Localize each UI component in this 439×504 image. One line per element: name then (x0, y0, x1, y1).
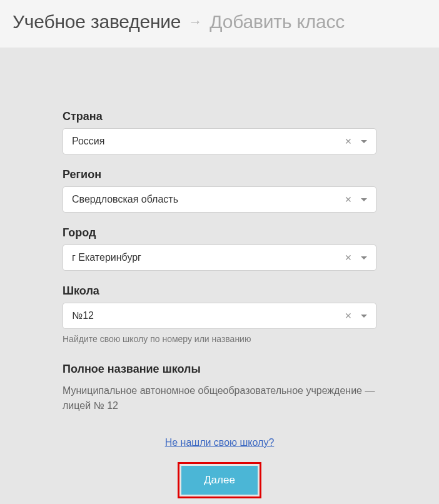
chevron-down-icon[interactable] (361, 140, 367, 143)
select-city-value: г Екатеринбург (72, 252, 345, 263)
highlight-box: Далее (178, 462, 261, 498)
field-country: Страна Россия ✕ (63, 110, 376, 154)
select-school-value: №12 (72, 310, 345, 321)
field-school: Школа №12 ✕ Найдите свою школу по номеру… (63, 285, 376, 344)
clear-icon[interactable]: ✕ (345, 311, 352, 321)
text-fullname: Муниципальное автономное общеобразовател… (63, 383, 376, 413)
label-fullname: Полное название школы (63, 363, 376, 376)
page-title: Учебное заведение (13, 11, 181, 33)
label-school: Школа (63, 285, 376, 298)
select-country[interactable]: Россия ✕ (63, 128, 376, 154)
hint-school: Найдите свою школу по номеру или названи… (63, 334, 376, 344)
field-region: Регион Свердловская область ✕ (63, 168, 376, 213)
footer: Не нашли свою школу? Далее (63, 437, 376, 498)
link-not-found[interactable]: Не нашли свою школу? (165, 437, 275, 448)
label-region: Регион (63, 168, 376, 181)
clear-icon[interactable]: ✕ (345, 253, 352, 263)
clear-icon[interactable]: ✕ (345, 136, 352, 146)
breadcrumb: Учебное заведение → Добавить класс (0, 0, 439, 48)
page-subtitle: Добавить класс (209, 11, 345, 33)
select-school[interactable]: №12 ✕ (63, 303, 376, 329)
next-button[interactable]: Далее (181, 466, 258, 495)
chevron-down-icon[interactable] (361, 315, 367, 318)
select-region[interactable]: Свердловская область ✕ (63, 186, 376, 213)
chevron-down-icon[interactable] (361, 256, 367, 260)
chevron-down-icon[interactable] (361, 198, 367, 201)
select-region-value: Свердловская область (72, 194, 345, 205)
arrow-right-icon: → (188, 14, 202, 30)
select-country-value: Россия (72, 136, 345, 147)
label-country: Страна (63, 110, 376, 123)
label-city: Город (63, 226, 376, 239)
form: Страна Россия ✕ Регион Свердловская обла… (0, 48, 439, 504)
field-city: Город г Екатеринбург ✕ (63, 226, 376, 271)
clear-icon[interactable]: ✕ (345, 194, 352, 204)
select-city[interactable]: г Екатеринбург ✕ (63, 244, 376, 271)
